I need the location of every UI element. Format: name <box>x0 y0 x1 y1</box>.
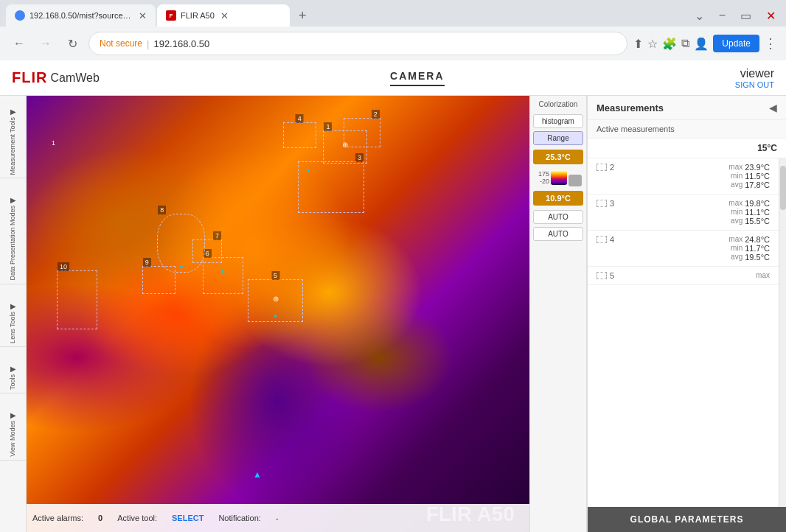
active-alarms-value: 0 <box>98 514 102 522</box>
sign-out-button[interactable]: SIGN OUT <box>735 80 774 89</box>
auto-top-button[interactable]: AUTO <box>533 210 583 224</box>
scrollbar-thumb[interactable] <box>780 166 786 210</box>
meas-box-icon-3 <box>597 200 607 207</box>
header-right: viewer SIGN OUT <box>735 67 774 89</box>
measurements-header: Measurements ◀ <box>588 96 786 120</box>
tab-1-icon <box>15 10 25 21</box>
view-modes-arrow: ▶ <box>10 411 16 419</box>
window-minimize-btn[interactable]: − <box>714 7 730 24</box>
camera-model-label: FLIR A50 <box>426 503 515 526</box>
address-url: 192.168.0.50 <box>153 38 209 49</box>
profile-icon[interactable]: 👤 <box>694 37 709 51</box>
notification-label: Notification: <box>218 514 260 522</box>
colorization-title: Colorization <box>533 100 583 108</box>
left-sidebar: ▶ Measurement Tools ▶ Data Presentation … <box>0 96 27 532</box>
meas-box-icon-5 <box>597 272 607 279</box>
flir-logo: FLIR CamWeb <box>12 69 100 86</box>
colorization-panel: Colorization histogram Range 25.3°C 175 … <box>529 96 587 532</box>
tab-2-close[interactable]: ✕ <box>220 10 229 21</box>
tab-1-close[interactable]: ✕ <box>139 10 147 21</box>
camera-view-wrapper: 1 ⊕ 2 3 ▼ 4 5 ⊕ <box>27 96 529 532</box>
browser-chrome: 192.168.0.50/mist?source=dc ✕ F FLIR A50… <box>0 0 786 60</box>
address-bar: ← → ↻ Not secure | 192.168.0.50 ⬆ ☆ 🧩 ⧉ … <box>0 27 786 60</box>
scale-min-label: -20 <box>533 178 549 185</box>
tab-2[interactable]: F FLIR A50 ✕ <box>157 4 290 27</box>
camera-nav-label[interactable]: CAMERA <box>390 70 444 86</box>
active-tool-label: Active tool: <box>117 514 157 522</box>
reload-button[interactable]: ↻ <box>62 33 83 54</box>
bookmark-icon[interactable]: ☆ <box>647 37 658 51</box>
global-parameters-bar[interactable]: GLOBAL PARAMETERS <box>588 507 786 532</box>
meas-item-2-values: max 23.9°C min 11.5°C avg 17.8°C <box>728 163 770 189</box>
measurements-scroll-container: 2 max 23.9°C min 11.5°C <box>588 158 786 507</box>
range-slider-handle[interactable] <box>568 175 582 186</box>
measurement-item-3: 3 max 19.8°C min 11.1°C <box>588 195 779 231</box>
lens-tools-label: Lens Tools <box>9 312 17 343</box>
more-button[interactable]: ⋮ <box>764 35 777 52</box>
app-header: FLIR CamWeb CAMERA viewer SIGN OUT <box>0 60 786 96</box>
address-separator: | <box>147 38 149 49</box>
sidebar-item-measurement-tools[interactable]: ▶ Measurement Tools <box>0 102 26 178</box>
meas-box-icon-4 <box>597 236 607 243</box>
meas-box-icon-2 <box>597 164 607 171</box>
collapse-button[interactable]: ◀ <box>769 102 777 113</box>
sidebar-item-tools[interactable]: ▶ Tools <box>0 350 26 393</box>
address-input[interactable]: Not secure | 192.168.0.50 <box>88 32 627 55</box>
back-button[interactable]: ← <box>9 33 29 54</box>
temp-top-display[interactable]: 25.3°C <box>533 150 583 164</box>
window-expand-btn[interactable]: ⌄ <box>690 7 709 24</box>
address-actions: ⬆ ☆ 🧩 ⧉ 👤 Update ⋮ <box>633 35 777 52</box>
sidebar-item-lens-tools[interactable]: ▶ Lens Tools <box>0 287 26 347</box>
range-button[interactable]: Range <box>533 131 583 145</box>
active-tool-value: SELECT <box>172 514 204 522</box>
tools-arrow: ▶ <box>10 365 16 373</box>
thermal-image[interactable] <box>27 96 529 532</box>
header-nav: CAMERA <box>100 70 735 86</box>
new-tab-button[interactable]: + <box>293 5 313 27</box>
measurement-tools-arrow: ▶ <box>10 108 16 116</box>
auto-bottom-button[interactable]: AUTO <box>533 227 583 241</box>
right-panel: Measurements ◀ Active measurements 15°C <box>587 96 786 532</box>
data-presentation-label: Data Presentation Modes <box>9 206 17 281</box>
scale-max-label: 175 <box>533 170 549 178</box>
histogram-button[interactable]: histogram <box>533 114 583 128</box>
split-icon[interactable]: ⧉ <box>681 37 689 50</box>
tab-1-label: 192.168.0.50/mist?source=dc <box>29 11 133 20</box>
not-secure-label: Not secure <box>100 38 142 49</box>
lens-tools-arrow: ▶ <box>10 302 16 310</box>
measurements-list: 2 max 23.9°C min 11.5°C <box>588 158 779 507</box>
notification-value: - <box>276 514 279 522</box>
temp-header-value: 15°C <box>588 139 786 158</box>
tab-2-icon: F <box>166 10 176 21</box>
update-button[interactable]: Update <box>713 35 759 52</box>
color-scale-bar <box>551 170 567 185</box>
meas-item-2-label: 2 <box>597 163 614 172</box>
tab-bar: 192.168.0.50/mist?source=dc ✕ F FLIR A50… <box>0 0 786 27</box>
user-role: viewer <box>740 67 774 80</box>
camweb-label: CamWeb <box>50 71 99 85</box>
global-params-label: GLOBAL PARAMETERS <box>597 514 777 525</box>
window-close-btn[interactable]: ✕ <box>762 7 780 24</box>
sidebar-item-data-presentation[interactable]: ▶ Data Presentation Modes <box>0 181 26 284</box>
measurement-item-2: 2 max 23.9°C min 11.5°C <box>588 158 779 195</box>
app-container: FLIR CamWeb CAMERA viewer SIGN OUT ▶ Mea… <box>0 60 786 532</box>
forward-button[interactable]: → <box>35 33 56 54</box>
status-bar: Active alarms: 0 Active tool: SELECT Not… <box>27 504 529 532</box>
tab-2-label: FLIR A50 <box>181 11 215 20</box>
view-modes-label: View Modes <box>9 421 17 457</box>
window-restore-btn[interactable]: ▭ <box>736 7 756 24</box>
measurements-scrollbar[interactable] <box>779 158 786 507</box>
sidebar-item-view-modes[interactable]: ▶ View Modes <box>0 396 26 461</box>
temp-bottom-display[interactable]: 10.9°C <box>533 191 583 206</box>
extension-icon[interactable]: 🧩 <box>662 37 677 51</box>
active-alarms-label: Active alarms: <box>32 514 83 522</box>
meas-item-2-row: 2 max 23.9°C min 11.5°C <box>597 163 770 189</box>
measurements-title: Measurements <box>597 102 664 113</box>
measurement-tools-label: Measurement Tools <box>9 117 17 175</box>
active-measurements-label: Active measurements <box>588 120 786 139</box>
tab-1[interactable]: 192.168.0.50/mist?source=dc ✕ <box>6 4 156 27</box>
share-icon[interactable]: ⬆ <box>633 37 643 51</box>
data-presentation-arrow: ▶ <box>10 196 16 204</box>
measurement-item-4: 4 max 24.8°C min 11.7°C <box>588 231 779 267</box>
window-controls: ⌄ − ▭ ✕ <box>690 7 780 24</box>
